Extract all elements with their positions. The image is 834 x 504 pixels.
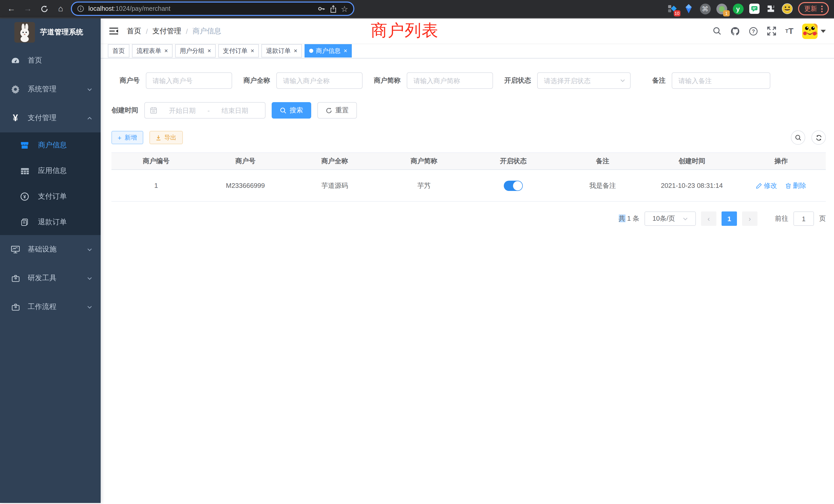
close-icon[interactable]: ×: [294, 48, 297, 54]
profile-avatar-emoji[interactable]: [782, 3, 793, 14]
sidebar-item-dev-tools[interactable]: 研发工具: [0, 264, 101, 293]
cell-create-time: 2021-10-23 08:31:14: [647, 169, 737, 202]
grid-icon: [20, 166, 30, 175]
prev-page-button[interactable]: ‹: [701, 211, 717, 226]
chevron-down-icon: [682, 216, 688, 222]
sidebar-item-merchant-info[interactable]: 商户信息: [0, 132, 101, 158]
extension-blocks-icon[interactable]: 10: [666, 3, 678, 14]
toggle-search-button[interactable]: [791, 130, 805, 145]
annotation-merchant-list: 商户列表: [371, 20, 439, 42]
extension-recorder-icon[interactable]: 1: [716, 3, 727, 14]
export-button[interactable]: 导出: [149, 131, 182, 144]
plus-icon: +: [117, 134, 122, 141]
tag-refund-order[interactable]: 退款订单×: [261, 44, 302, 58]
status-toggle-on[interactable]: [504, 180, 523, 191]
sidebar-item-workflow[interactable]: 工作流程: [0, 293, 101, 321]
sidebar-item-system[interactable]: 系统管理: [0, 75, 101, 104]
sidebar-item-label: 商户信息: [38, 141, 67, 150]
user-avatar[interactable]: [802, 23, 817, 39]
table-header-row: 商户编号 商户号 商户全称 商户简称 开启状态 备注 创建时间 操作: [111, 153, 826, 169]
breadcrumb-payment[interactable]: 支付管理: [153, 26, 181, 36]
next-page-button[interactable]: ›: [742, 211, 758, 226]
sidebar-item-pay-order[interactable]: ¥ 支付订单: [0, 184, 101, 209]
date-range-picker[interactable]: -: [144, 102, 265, 118]
breadcrumb-home[interactable]: 首页: [127, 26, 141, 36]
remark-input[interactable]: [672, 72, 770, 89]
app-title: 芋道管理系统: [40, 28, 83, 37]
site-info-icon[interactable]: [77, 5, 84, 12]
breadcrumb-current: 商户信息: [193, 26, 221, 36]
sidebar-item-home[interactable]: 首页: [0, 46, 101, 75]
browser-back-icon[interactable]: ←: [5, 3, 18, 15]
tag-merchant-info[interactable]: 商户信息×: [305, 44, 352, 58]
fullscreen-icon[interactable]: [767, 26, 776, 36]
update-label: 更新: [804, 4, 817, 13]
extension-chat-icon[interactable]: [749, 3, 760, 14]
merchant-no-label: 商户号: [120, 76, 140, 85]
sidebar-item-label: 首页: [28, 56, 92, 65]
close-icon[interactable]: ×: [250, 48, 254, 54]
github-icon[interactable]: [730, 26, 740, 36]
tag-process-form[interactable]: 流程表单×: [132, 44, 173, 58]
filter-row-2: 创建时间 - 搜索: [111, 102, 826, 118]
add-button[interactable]: + 新增: [111, 131, 143, 144]
extension-y-icon[interactable]: y: [732, 3, 744, 14]
sidebar-toggle-icon[interactable]: [109, 27, 118, 36]
goto-page-input[interactable]: [793, 211, 814, 226]
password-key-icon[interactable]: [317, 5, 325, 13]
start-date-input[interactable]: [160, 107, 204, 114]
extension-gem-icon[interactable]: [683, 3, 694, 14]
status-select[interactable]: [537, 72, 631, 89]
remark-label: 备注: [652, 76, 665, 85]
active-dot: [309, 49, 313, 53]
tag-user-group[interactable]: 用户分组×: [175, 44, 216, 58]
sidebar-item-label: 工作流程: [28, 302, 80, 312]
merchant-table: 商户编号 商户号 商户全称 商户简称 开启状态 备注 创建时间 操作 1: [111, 153, 826, 202]
sidebar-item-label: 研发工具: [28, 274, 80, 283]
font-size-icon[interactable]: TT: [785, 26, 793, 36]
sidebar-item-infrastructure[interactable]: 基础设施: [0, 235, 101, 264]
merchant-name-input[interactable]: [276, 72, 363, 89]
avatar-caret-icon[interactable]: [821, 29, 826, 32]
bookmark-star-icon[interactable]: ☆: [341, 4, 348, 14]
refund-order-icon: [20, 218, 30, 226]
sidebar-item-label: 系统管理: [28, 85, 80, 94]
merchant-no-input[interactable]: [146, 72, 232, 89]
browser-home-icon[interactable]: ⌂: [54, 3, 67, 15]
sidebar-item-payment[interactable]: ¥ 支付管理: [0, 104, 101, 132]
share-icon[interactable]: [329, 5, 337, 13]
delete-link[interactable]: 删除: [785, 181, 806, 190]
help-icon[interactable]: ?: [749, 26, 758, 36]
sidebar-item-app-info[interactable]: 应用信息: [0, 158, 101, 184]
edit-link[interactable]: 修改: [756, 181, 777, 190]
close-icon[interactable]: ×: [164, 48, 168, 54]
pagination: 共 1 条 10条/页 ‹ 1 › 前往 页: [111, 211, 826, 226]
address-bar[interactable]: localhost:1024/pay/merchant ☆: [71, 2, 354, 16]
merchant-short-input[interactable]: [407, 72, 493, 89]
browser-forward-icon[interactable]: →: [22, 3, 34, 15]
extension-command-icon[interactable]: ⌘: [699, 3, 711, 14]
col-merchant-name: 商户全称: [290, 153, 379, 169]
chevron-down-icon: [87, 304, 92, 310]
end-date-input[interactable]: [213, 107, 257, 114]
refresh-table-button[interactable]: [811, 130, 826, 145]
tag-pay-order[interactable]: 支付订单×: [218, 44, 259, 58]
close-icon[interactable]: ×: [344, 48, 347, 54]
toolbox-icon: [10, 302, 21, 311]
page-number-1[interactable]: 1: [722, 211, 737, 226]
reset-button[interactable]: 重置: [317, 102, 357, 118]
search-button[interactable]: 搜索: [272, 102, 311, 118]
browser-menu-icon[interactable]: [821, 5, 823, 12]
browser-update-button[interactable]: 更新: [798, 2, 829, 16]
page-size-select[interactable]: 10条/页: [644, 211, 696, 226]
tags-view: 首页 流程表单× 用户分组× 支付订单× 退款订单× 商户信息×: [101, 44, 834, 59]
chevron-down-icon: [87, 247, 92, 252]
close-icon[interactable]: ×: [207, 48, 211, 54]
header-search-icon[interactable]: [713, 27, 722, 36]
cell-remark: 我是备注: [558, 169, 647, 202]
browser-reload-icon[interactable]: [38, 3, 50, 15]
sidebar-item-refund-order[interactable]: 退款订单: [0, 209, 101, 235]
app-logo[interactable]: 芋道管理系统: [0, 19, 101, 46]
tag-home[interactable]: 首页: [108, 44, 129, 58]
extensions-puzzle-icon[interactable]: [765, 3, 776, 14]
